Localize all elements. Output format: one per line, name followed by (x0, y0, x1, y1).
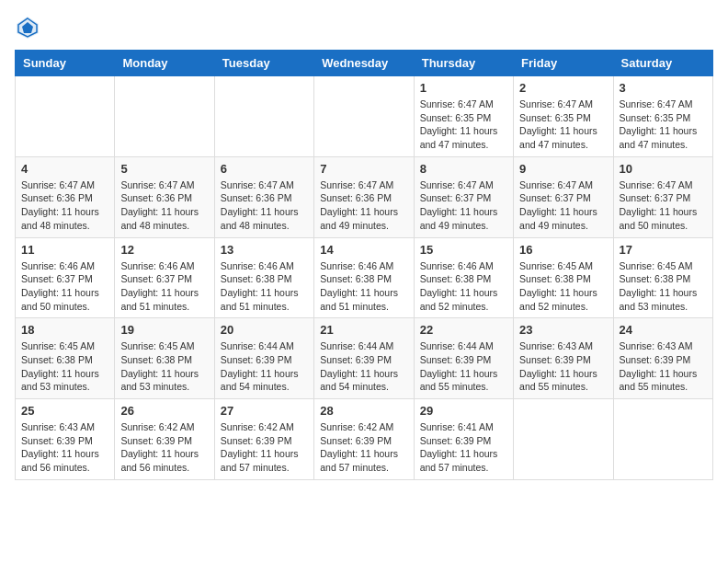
day-info: Sunrise: 6:47 AM Sunset: 6:35 PM Dayligh… (420, 98, 507, 152)
day-number: 2 (519, 81, 607, 95)
calendar-week-row: 18Sunrise: 6:45 AM Sunset: 6:38 PM Dayli… (16, 318, 713, 399)
calendar-cell: 27Sunrise: 6:42 AM Sunset: 6:39 PM Dayli… (214, 399, 313, 480)
calendar-cell: 24Sunrise: 6:43 AM Sunset: 6:39 PM Dayli… (613, 318, 712, 399)
day-number: 8 (420, 162, 507, 176)
day-info: Sunrise: 6:42 AM Sunset: 6:39 PM Dayligh… (221, 420, 308, 475)
day-info: Sunrise: 6:43 AM Sunset: 6:39 PM Dayligh… (519, 339, 607, 394)
column-header-saturday: Saturday (613, 51, 712, 76)
day-info: Sunrise: 6:47 AM Sunset: 6:36 PM Dayligh… (21, 178, 108, 233)
day-info: Sunrise: 6:44 AM Sunset: 6:39 PM Dayligh… (320, 339, 407, 394)
column-header-tuesday: Tuesday (214, 51, 313, 76)
calendar-cell: 29Sunrise: 6:41 AM Sunset: 6:39 PM Dayli… (414, 399, 513, 480)
day-number: 24 (620, 323, 707, 337)
day-number: 5 (120, 162, 208, 176)
day-info: Sunrise: 6:47 AM Sunset: 6:36 PM Dayligh… (221, 178, 308, 233)
calendar-cell (314, 76, 414, 157)
calendar-cell: 1Sunrise: 6:47 AM Sunset: 6:35 PM Daylig… (414, 76, 513, 157)
day-number: 23 (519, 323, 607, 337)
calendar-cell: 10Sunrise: 6:47 AM Sunset: 6:37 PM Dayli… (613, 156, 712, 237)
calendar-cell: 6Sunrise: 6:47 AM Sunset: 6:36 PM Daylig… (214, 156, 313, 237)
calendar-header-row: SundayMondayTuesdayWednesdayThursdayFrid… (16, 51, 713, 76)
calendar-cell: 17Sunrise: 6:45 AM Sunset: 6:38 PM Dayli… (613, 237, 712, 318)
calendar-cell: 14Sunrise: 6:46 AM Sunset: 6:38 PM Dayli… (314, 237, 414, 318)
day-number: 26 (120, 404, 208, 418)
day-info: Sunrise: 6:45 AM Sunset: 6:38 PM Dayligh… (120, 339, 208, 394)
day-info: Sunrise: 6:47 AM Sunset: 6:37 PM Dayligh… (620, 178, 707, 233)
day-number: 7 (320, 162, 407, 176)
column-header-monday: Monday (115, 51, 214, 76)
column-header-sunday: Sunday (16, 51, 115, 76)
day-number: 12 (120, 243, 208, 257)
calendar-cell: 20Sunrise: 6:44 AM Sunset: 6:39 PM Dayli… (214, 318, 313, 399)
day-info: Sunrise: 6:46 AM Sunset: 6:38 PM Dayligh… (221, 259, 308, 314)
calendar-cell: 19Sunrise: 6:45 AM Sunset: 6:38 PM Dayli… (115, 318, 214, 399)
calendar-cell: 13Sunrise: 6:46 AM Sunset: 6:38 PM Dayli… (214, 237, 313, 318)
calendar-cell: 9Sunrise: 6:47 AM Sunset: 6:37 PM Daylig… (514, 156, 613, 237)
day-number: 29 (420, 404, 507, 418)
day-info: Sunrise: 6:45 AM Sunset: 6:38 PM Dayligh… (620, 259, 707, 314)
calendar-week-row: 1Sunrise: 6:47 AM Sunset: 6:35 PM Daylig… (16, 76, 713, 157)
calendar-cell: 16Sunrise: 6:45 AM Sunset: 6:38 PM Dayli… (514, 237, 613, 318)
day-info: Sunrise: 6:47 AM Sunset: 6:35 PM Dayligh… (620, 98, 707, 152)
day-info: Sunrise: 6:46 AM Sunset: 6:38 PM Dayligh… (320, 259, 407, 314)
calendar-cell: 2Sunrise: 6:47 AM Sunset: 6:35 PM Daylig… (514, 76, 613, 157)
day-number: 15 (420, 243, 507, 257)
calendar-cell (514, 399, 613, 480)
calendar-week-row: 11Sunrise: 6:46 AM Sunset: 6:37 PM Dayli… (16, 237, 713, 318)
day-info: Sunrise: 6:47 AM Sunset: 6:36 PM Dayligh… (120, 178, 208, 233)
day-info: Sunrise: 6:47 AM Sunset: 6:36 PM Dayligh… (320, 178, 407, 233)
calendar-cell: 15Sunrise: 6:46 AM Sunset: 6:38 PM Dayli… (414, 237, 513, 318)
column-header-friday: Friday (514, 51, 613, 76)
calendar-cell: 4Sunrise: 6:47 AM Sunset: 6:36 PM Daylig… (16, 156, 115, 237)
day-number: 16 (519, 243, 607, 257)
calendar-cell: 3Sunrise: 6:47 AM Sunset: 6:35 PM Daylig… (613, 76, 712, 157)
day-number: 27 (221, 404, 308, 418)
column-header-thursday: Thursday (414, 51, 513, 76)
calendar-cell: 28Sunrise: 6:42 AM Sunset: 6:39 PM Dayli… (314, 399, 414, 480)
calendar-table: SundayMondayTuesdayWednesdayThursdayFrid… (15, 50, 713, 480)
day-info: Sunrise: 6:44 AM Sunset: 6:39 PM Dayligh… (420, 339, 507, 394)
day-info: Sunrise: 6:46 AM Sunset: 6:37 PM Dayligh… (120, 259, 208, 314)
calendar-cell: 5Sunrise: 6:47 AM Sunset: 6:36 PM Daylig… (115, 156, 214, 237)
day-info: Sunrise: 6:42 AM Sunset: 6:39 PM Dayligh… (320, 420, 407, 475)
day-number: 4 (21, 162, 108, 176)
column-header-wednesday: Wednesday (314, 51, 414, 76)
day-number: 11 (21, 243, 108, 257)
day-info: Sunrise: 6:46 AM Sunset: 6:38 PM Dayligh… (420, 259, 507, 314)
calendar-cell (214, 76, 313, 157)
calendar-cell: 22Sunrise: 6:44 AM Sunset: 6:39 PM Dayli… (414, 318, 513, 399)
day-info: Sunrise: 6:45 AM Sunset: 6:38 PM Dayligh… (21, 339, 108, 394)
day-info: Sunrise: 6:47 AM Sunset: 6:37 PM Dayligh… (519, 178, 607, 233)
logo (15, 15, 44, 40)
calendar-cell: 8Sunrise: 6:47 AM Sunset: 6:37 PM Daylig… (414, 156, 513, 237)
day-info: Sunrise: 6:43 AM Sunset: 6:39 PM Dayligh… (620, 339, 707, 394)
calendar-cell: 7Sunrise: 6:47 AM Sunset: 6:36 PM Daylig… (314, 156, 414, 237)
day-info: Sunrise: 6:43 AM Sunset: 6:39 PM Dayligh… (21, 420, 108, 475)
day-number: 22 (420, 323, 507, 337)
day-info: Sunrise: 6:46 AM Sunset: 6:37 PM Dayligh… (21, 259, 108, 314)
day-info: Sunrise: 6:42 AM Sunset: 6:39 PM Dayligh… (120, 420, 208, 475)
day-number: 19 (120, 323, 208, 337)
calendar-week-row: 4Sunrise: 6:47 AM Sunset: 6:36 PM Daylig… (16, 156, 713, 237)
day-info: Sunrise: 6:47 AM Sunset: 6:35 PM Dayligh… (519, 98, 607, 152)
calendar-cell: 26Sunrise: 6:42 AM Sunset: 6:39 PM Dayli… (115, 399, 214, 480)
calendar-cell (115, 76, 214, 157)
day-number: 17 (620, 243, 707, 257)
day-info: Sunrise: 6:41 AM Sunset: 6:39 PM Dayligh… (420, 420, 507, 475)
day-number: 14 (320, 243, 407, 257)
day-number: 9 (519, 162, 607, 176)
page-header (15, 15, 713, 40)
day-number: 3 (620, 81, 707, 95)
day-number: 20 (221, 323, 308, 337)
day-number: 18 (21, 323, 108, 337)
day-info: Sunrise: 6:44 AM Sunset: 6:39 PM Dayligh… (221, 339, 308, 394)
calendar-cell: 21Sunrise: 6:44 AM Sunset: 6:39 PM Dayli… (314, 318, 414, 399)
calendar-cell: 23Sunrise: 6:43 AM Sunset: 6:39 PM Dayli… (514, 318, 613, 399)
calendar-cell (16, 76, 115, 157)
calendar-cell: 18Sunrise: 6:45 AM Sunset: 6:38 PM Dayli… (16, 318, 115, 399)
day-number: 28 (320, 404, 407, 418)
calendar-cell: 12Sunrise: 6:46 AM Sunset: 6:37 PM Dayli… (115, 237, 214, 318)
calendar-cell (613, 399, 712, 480)
calendar-week-row: 25Sunrise: 6:43 AM Sunset: 6:39 PM Dayli… (16, 399, 713, 480)
day-number: 1 (420, 81, 507, 95)
